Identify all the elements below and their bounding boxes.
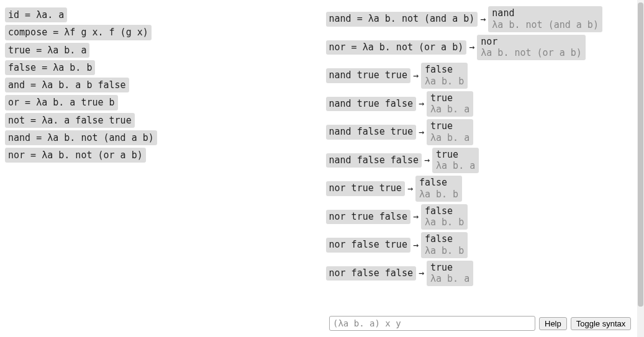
arrow-icon: →: [419, 127, 424, 138]
expression-chip[interactable]: nand true true: [326, 68, 410, 83]
result-chip[interactable]: norλa b. not (or a b): [477, 35, 586, 61]
result-name: nand: [492, 7, 599, 19]
expression-chip[interactable]: nand = λa b. not (and a b): [326, 12, 478, 27]
expression-chip[interactable]: nand true false: [326, 97, 416, 112]
definition-chip[interactable]: and = λa b. a b false: [5, 78, 129, 92]
definition-chip[interactable]: nor = λa b. not (or a b): [5, 148, 146, 163]
expression-chip[interactable]: nor true true: [326, 181, 405, 196]
result-name: false: [425, 64, 464, 76]
help-button[interactable]: Help: [539, 317, 567, 330]
arrow-icon: →: [424, 155, 430, 166]
bottom-bar: Help Toggle syntax: [329, 316, 631, 331]
arrow-icon: →: [407, 183, 413, 194]
evaluation-row: nand true false→trueλa b. a: [326, 91, 641, 117]
result-lambda: λa b. a: [436, 160, 475, 172]
evaluation-row: nor true true→falseλa b. b: [326, 176, 641, 202]
arrow-icon: →: [413, 70, 419, 81]
result-chip[interactable]: trueλa b. a: [432, 148, 479, 174]
evaluations-pane: nand = λa b. not (and a b)→nandλa b. not…: [322, 0, 645, 337]
arrow-icon: →: [419, 98, 424, 109]
arrow-icon: →: [419, 267, 424, 279]
scrollbar-track[interactable]: [637, 0, 644, 337]
definition-chip[interactable]: false = λa b. b: [5, 60, 95, 75]
definition-chip[interactable]: id = λa. a: [5, 7, 67, 22]
result-name: false: [419, 177, 458, 189]
arrow-icon: →: [469, 42, 474, 53]
result-name: false: [425, 233, 464, 245]
expression-chip[interactable]: nand false false: [326, 153, 422, 168]
result-name: true: [436, 149, 475, 161]
expression-chip[interactable]: nor true false: [326, 210, 410, 225]
result-chip[interactable]: nandλa b. not (and a b): [488, 6, 602, 32]
evaluation-row: nor false true→falseλa b. b: [326, 232, 641, 258]
result-name: false: [425, 205, 464, 217]
arrow-icon: →: [413, 211, 419, 222]
definition-chip[interactable]: not = λa. a false true: [5, 113, 135, 128]
expression-input[interactable]: [329, 316, 535, 331]
result-lambda: λa b. a: [430, 273, 469, 285]
result-lambda: λa b. not (and a b): [492, 19, 599, 31]
arrow-icon: →: [480, 14, 486, 25]
result-chip[interactable]: falseλa b. b: [415, 176, 462, 202]
definition-chip[interactable]: compose = λf g x. f (g x): [5, 25, 152, 40]
definition-chip[interactable]: true = λa b. a: [5, 43, 89, 58]
evaluation-row: nor false false→trueλa b. a: [326, 261, 641, 287]
result-lambda: λa b. b: [425, 245, 464, 257]
result-lambda: λa b. b: [425, 217, 464, 228]
result-name: true: [430, 120, 469, 132]
result-lambda: λa b. a: [430, 132, 469, 144]
scrollbar-thumb[interactable]: [638, 2, 643, 307]
result-lambda: λa b. a: [430, 104, 469, 115]
expression-chip[interactable]: nor false false: [326, 266, 416, 281]
expression-chip[interactable]: nor = λa b. not (or a b): [326, 40, 467, 55]
expression-chip[interactable]: nor false true: [326, 238, 410, 253]
expression-chip[interactable]: nand false true: [326, 125, 416, 140]
result-name: true: [430, 92, 469, 104]
arrow-icon: →: [413, 240, 419, 251]
definitions-pane: id = λa. acompose = λf g x. f (g x)true …: [0, 0, 322, 337]
definition-chip[interactable]: or = λa b. a true b: [5, 95, 118, 110]
evaluation-row: nand false true→trueλa b. a: [326, 119, 641, 145]
evaluation-row: nand false false→trueλa b. a: [326, 148, 641, 174]
evaluation-row: nor true false→falseλa b. b: [326, 204, 641, 230]
result-chip[interactable]: falseλa b. b: [421, 232, 468, 258]
result-name: true: [430, 262, 469, 274]
definition-chip[interactable]: nand = λa b. not (and a b): [5, 130, 157, 145]
result-chip[interactable]: falseλa b. b: [421, 63, 468, 89]
toggle-syntax-button[interactable]: Toggle syntax: [571, 317, 632, 330]
result-chip[interactable]: falseλa b. b: [421, 204, 468, 230]
evaluation-row: nand true true→falseλa b. b: [326, 63, 641, 89]
result-lambda: λa b. not (or a b): [481, 47, 582, 59]
evaluation-row: nor = λa b. not (or a b)→norλa b. not (o…: [326, 35, 641, 61]
result-name: nor: [481, 36, 582, 48]
result-lambda: λa b. b: [425, 76, 464, 88]
result-chip[interactable]: trueλa b. a: [427, 119, 473, 145]
result-chip[interactable]: trueλa b. a: [427, 261, 473, 287]
result-chip[interactable]: trueλa b. a: [427, 91, 473, 117]
result-lambda: λa b. b: [419, 189, 458, 200]
evaluation-row: nand = λa b. not (and a b)→nandλa b. not…: [326, 6, 641, 32]
